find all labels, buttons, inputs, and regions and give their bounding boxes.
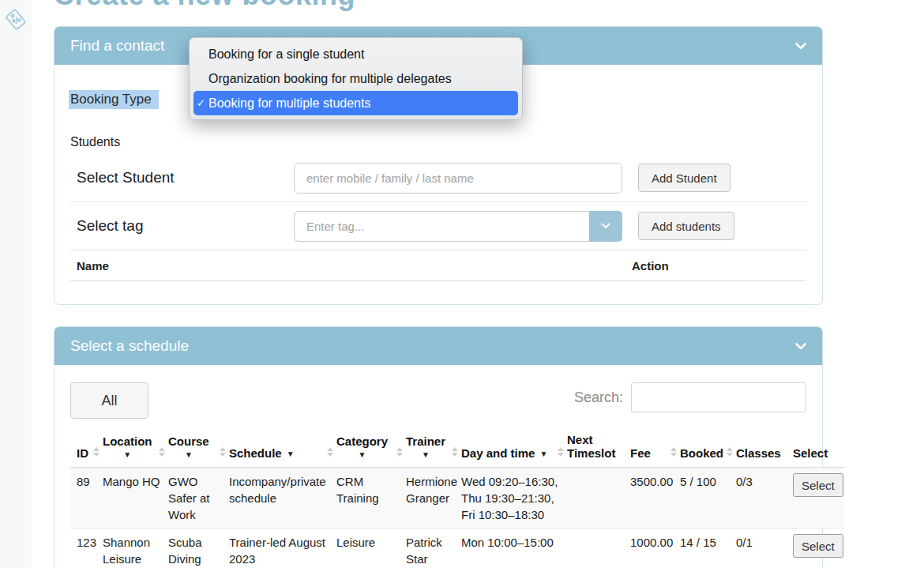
cell-day-time: Wed 09:20–16:30, Thu 19:30–21:30, Fri 10… [461,468,567,529]
sort-icon[interactable] [396,447,404,457]
col-header-day-time[interactable]: Day and time▼ [461,428,567,468]
sort-icon[interactable] [159,447,166,457]
schedule-row-123: 123 Shannon Leisure Scuba Diving Trainer… [70,529,844,568]
select-schedule-title: Select a schedule [70,337,189,355]
col-header-next-timeslot: Next Timeslot [567,428,630,468]
checkmark-icon: ✓ [197,91,205,115]
filter-caret-icon[interactable]: ▼ [168,450,209,460]
col-header-booked[interactable]: Booked [680,428,736,468]
cell-category: CRM Training [336,468,406,529]
filter-caret-icon[interactable]: ▼ [406,450,445,460]
ticket-percent-icon[interactable] [4,6,28,32]
cell-fee: 1000.00 [630,529,680,568]
cell-id: 123 [70,529,103,568]
sort-icon[interactable] [220,447,227,457]
search-input[interactable] [631,382,806,412]
dropdown-option-organization[interactable]: ✓ Organization booking for multiple dele… [193,66,518,91]
select-student-label: Select Student [70,169,294,186]
sort-icon[interactable] [727,447,734,457]
filter-caret-icon[interactable]: ▼ [539,450,547,458]
cell-day-time: Mon 10:00–15:00 [461,529,567,568]
dropdown-option-single-student[interactable]: ✓ Booking for a single student [193,42,518,66]
contacts-col-name: Name [70,259,632,273]
schedule-toolbar: All Search: [70,365,806,419]
schedule-search: Search: [574,382,806,412]
find-contact-title: Find a contact [70,37,164,55]
add-students-button[interactable]: Add students [638,212,734,240]
schedule-row-89: 89 Mango HQ GWO Safer at Work Incompany/… [70,468,844,529]
col-header-category[interactable]: Category ▼ [336,428,406,468]
select-schedule-button[interactable]: Select [793,473,843,497]
sort-icon[interactable] [452,447,459,457]
student-search-input[interactable] [294,163,622,194]
cell-course: GWO Safer at Work [168,468,229,529]
col-header-fee[interactable]: Fee [630,428,680,468]
schedule-header-row: ID Location ▼ Course ▼ Schedule [70,428,844,468]
booking-type-dropdown: ✓ Booking for a single student ✓ Organiz… [189,37,523,120]
filter-caret-icon[interactable]: ▼ [336,450,388,460]
col-header-schedule[interactable]: Schedule▼ [229,428,336,468]
cell-schedule: Incompany/private schedule [229,468,336,529]
select-schedule-button[interactable]: Select [793,534,843,558]
sort-icon[interactable] [558,447,565,457]
cell-booked: 5 / 100 [680,468,736,529]
col-header-course[interactable]: Course ▼ [168,428,229,468]
select-schedule-body: All Search: ID Location [54,365,822,568]
cell-classes: 0/1 [736,529,793,568]
sort-icon[interactable] [327,447,334,457]
cell-location: Mango HQ [103,468,168,529]
col-header-trainer[interactable]: Trainer ▼ [406,428,461,468]
page-title: Create a new booking [54,0,355,12]
contacts-table-header: Name Action [70,250,806,281]
chevron-down-icon[interactable] [795,43,806,50]
tag-input-group [294,211,622,242]
schedule-table: ID Location ▼ Course ▼ Schedule [70,428,844,568]
chevron-down-icon[interactable] [795,343,806,350]
select-schedule-panel-header[interactable]: Select a schedule [54,327,822,365]
cell-category: Leisure [336,529,406,568]
col-header-id[interactable]: ID [70,428,103,468]
cell-trainer: Hermione Granger [406,468,461,529]
select-tag-label: Select tag [70,217,294,235]
col-header-location[interactable]: Location ▼ [103,428,168,468]
tag-input[interactable] [294,211,589,242]
divider [70,201,806,202]
col-header-classes: Classes [736,428,793,468]
select-schedule-panel: Select a schedule All Search: ID [54,326,823,568]
search-label: Search: [574,389,623,406]
sort-icon[interactable] [93,447,100,457]
left-sidebar [0,0,32,568]
filter-caret-icon[interactable]: ▼ [287,450,295,458]
filter-caret-icon[interactable]: ▼ [103,450,152,460]
cell-fee: 3500.00 [630,468,680,529]
select-student-row: Select Student Add Student [70,162,806,194]
cell-id: 89 [70,468,103,529]
contacts-col-action: Action [632,259,669,273]
cell-course: Scuba Diving [168,529,229,568]
tag-dropdown-button[interactable] [589,211,622,242]
booking-type-label: Booking Type [69,90,159,109]
cell-trainer: Patrick Star [406,529,461,568]
sort-icon[interactable] [670,447,678,457]
cell-booked: 14 / 15 [680,529,736,568]
students-heading: Students [70,135,806,149]
cell-next-timeslot [567,529,630,568]
cell-schedule: Trainer-led August 2023 [229,529,336,568]
cell-next-timeslot [567,468,630,529]
dropdown-option-multiple-students[interactable]: ✓ Booking for multiple students [193,91,518,115]
add-student-button[interactable]: Add Student [638,164,731,192]
all-filter-button[interactable]: All [70,382,148,419]
select-tag-row: Select tag Add students [70,210,806,242]
cell-location: Shannon Leisure [103,529,168,568]
chevron-down-icon [601,223,610,229]
col-header-select: Select [793,428,844,468]
cell-classes: 0/3 [736,468,793,529]
